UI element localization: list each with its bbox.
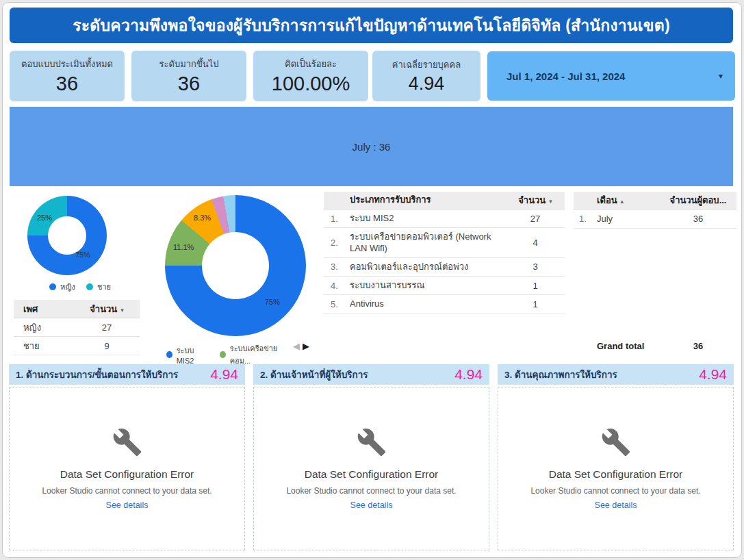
legend-label: หญิง: [60, 281, 75, 293]
sort-asc-icon: ▴: [621, 198, 624, 205]
service-legend: ระบบ MIS2 ระบบเครือข่ายคอม...: [166, 342, 290, 367]
wrench-icon: [357, 427, 387, 457]
table-row: 4. ระบบงานสารบรรณ 1: [324, 277, 565, 295]
legend-label: ระบบเครือข่ายคอม...: [230, 342, 290, 367]
row-index: 2.: [324, 238, 350, 248]
service-type-donut[interactable]: [165, 195, 306, 336]
gender-table-header: เพศ จำนวน▾: [14, 300, 140, 318]
kpi-total-responses: ตอบแบบประเมินทั้งหมด 36: [10, 51, 125, 101]
legend-dot: [86, 283, 93, 290]
col-count-sortable[interactable]: จำนวน▾: [74, 302, 140, 316]
legend-item-network[interactable]: ระบบเครือข่ายคอม...: [220, 342, 290, 367]
legend-item-male[interactable]: ชาย: [86, 281, 111, 293]
score-value: 4.94: [454, 366, 483, 383]
table-row: 1. July 36: [574, 209, 736, 229]
kpi-value: 100.00%: [272, 73, 350, 95]
count-cell: 27: [74, 322, 140, 333]
kpi-percentage: คิดเป็นร้อยละ 100.00%: [253, 51, 368, 101]
error-card: Data Set Configuration Error Looker Stud…: [498, 387, 734, 550]
legend-prev-icon[interactable]: ◀: [293, 341, 300, 351]
gender-table: เพศ จำนวน▾ หญิง 27 ชาย 9: [14, 300, 140, 355]
page-title: ระดับความพึงพอใจของผู้รับบริการการแก้ไขป…: [73, 13, 670, 38]
pct-label: 75%: [75, 251, 90, 259]
gender-donut[interactable]: [27, 196, 107, 275]
error-message: Looker Studio cannot connect to your dat…: [286, 486, 456, 496]
legend-dot: [166, 351, 172, 358]
wrench-icon: [601, 427, 631, 457]
kpi-value: 36: [56, 73, 78, 95]
chevron-down-icon: ▾: [719, 71, 723, 81]
count-cell: 1: [506, 281, 565, 291]
error-message: Looker Studio cannot connect to your dat…: [530, 486, 700, 496]
legend-item-mis2[interactable]: ระบบ MIS2: [166, 344, 209, 365]
service-type-table: ประเภทการรับบริการ จำนวน▾ 1. ระบบ MIS2 2…: [324, 192, 565, 314]
service-table-header: ประเภทการรับบริการ จำนวน▾: [324, 192, 565, 209]
date-range-value: Jul 1, 2024 - Jul 31, 2024: [506, 71, 719, 82]
score-title: 2. ด้านเจ้าหน้าที่ผู้ให้บริการ: [260, 367, 454, 382]
count-cell: 36: [660, 214, 736, 224]
table-row: ชาย 9: [14, 337, 140, 355]
gender-cell: หญิง: [23, 320, 74, 335]
kpi-level-up: ระดับมากขึ้นไป 36: [131, 51, 246, 101]
pct-label: 25%: [37, 214, 52, 222]
score-header-staff: 2. ด้านเจ้าหน้าที่ผู้ให้บริการ 4.94: [253, 364, 489, 385]
legend-pager: ◀ ▶: [293, 341, 309, 351]
table-row: 2. ระบบเครือข่ายคอมพิวเตอร์ (Network LAN…: [324, 228, 565, 258]
service-cell: ระบบงานสารบรรณ: [350, 280, 506, 291]
legend-label: ชาย: [97, 281, 111, 293]
service-type-donut-chart[interactable]: 8.3% 11.1% 75%: [165, 195, 306, 336]
score-value: 4.94: [210, 366, 238, 383]
table-row: 1. ระบบ MIS2 27: [324, 209, 565, 228]
date-range-picker[interactable]: Jul 1, 2024 - Jul 31, 2024 ▾: [487, 51, 735, 101]
legend-next-icon[interactable]: ▶: [303, 341, 309, 351]
sort-desc-icon: ▾: [549, 198, 552, 205]
month-table-footer: Grand total 36: [574, 336, 736, 355]
see-details-link[interactable]: See details: [106, 500, 149, 510]
report-title-bar: ระดับความพึงพอใจของผู้รับบริการการแก้ไขป…: [10, 8, 733, 43]
legend-dot: [49, 283, 56, 290]
service-cell: คอมพิวเตอร์และอุปกรณ์ต่อพ่วง: [350, 262, 506, 272]
col-service-type: ประเภทการรับบริการ: [350, 194, 506, 205]
count-cell: 27: [506, 214, 565, 224]
pct-label: 75%: [265, 298, 280, 306]
score-title: 3. ด้านคุณภาพการให้บริการ: [504, 367, 699, 382]
row-index: 1.: [574, 214, 597, 224]
dashboard: ระดับความพึงพอใจของผู้รับบริการการแก้ไขป…: [0, 0, 744, 560]
legend-label: ระบบ MIS2: [177, 344, 209, 365]
kpi-label: คิดเป็นร้อยละ: [285, 57, 337, 71]
row-index: 5.: [324, 299, 350, 309]
sort-desc-icon: ▾: [120, 307, 124, 314]
col-count-sortable[interactable]: จำนวน▾: [506, 193, 565, 207]
error-card: Data Set Configuration Error Looker Stud…: [9, 387, 245, 550]
row-index: 1.: [324, 214, 350, 224]
legend-dot: [220, 351, 226, 358]
service-cell: Antivirus: [350, 298, 506, 309]
score-title: 1. ด้านกระบวนการ/ขั้นตอนการให้บริการ: [16, 367, 210, 382]
table-row: 3. คอมพิวเตอร์และอุปกรณ์ต่อพ่วง 3: [324, 258, 565, 277]
see-details-link[interactable]: See details: [350, 500, 393, 510]
kpi-average: ค่าเฉลี่ยรายบุคคล 4.94: [372, 51, 480, 101]
table-row: 5. Antivirus 1: [324, 295, 565, 314]
see-details-link[interactable]: See details: [595, 500, 637, 510]
wrench-icon: [112, 427, 142, 457]
col-month-sortable[interactable]: เดือน▴: [597, 193, 660, 207]
error-message: Looker Studio cannot connect to your dat…: [42, 486, 211, 496]
count-cell: 1: [506, 299, 565, 309]
month-table-header: เดือน▴ จำนวนผู้ตอบ...: [574, 192, 736, 209]
row-index: 4.: [324, 281, 350, 291]
score-header-process: 1. ด้านกระบวนการ/ขั้นตอนการให้บริการ 4.9…: [9, 364, 245, 385]
kpi-value: 36: [178, 73, 200, 95]
error-title: Data Set Configuration Error: [549, 468, 683, 481]
gender-legend: หญิง ชาย: [22, 281, 138, 293]
month-bar-chart[interactable]: July : 36: [10, 107, 733, 186]
table-row: หญิง 27: [14, 318, 140, 337]
grand-total-label: Grand total: [574, 341, 660, 351]
legend-item-female[interactable]: หญิง: [49, 281, 75, 293]
service-cell: ระบบเครือข่ายคอมพิวเตอร์ (Network LAN Wi…: [350, 231, 506, 254]
bar-segment-label: July : 36: [352, 141, 391, 153]
kpi-value: 4.94: [409, 73, 445, 94]
error-title: Data Set Configuration Error: [60, 468, 194, 481]
col-gender: เพศ: [23, 302, 74, 316]
gender-donut-chart[interactable]: 25% 75%: [27, 196, 107, 275]
error-title: Data Set Configuration Error: [305, 468, 439, 481]
